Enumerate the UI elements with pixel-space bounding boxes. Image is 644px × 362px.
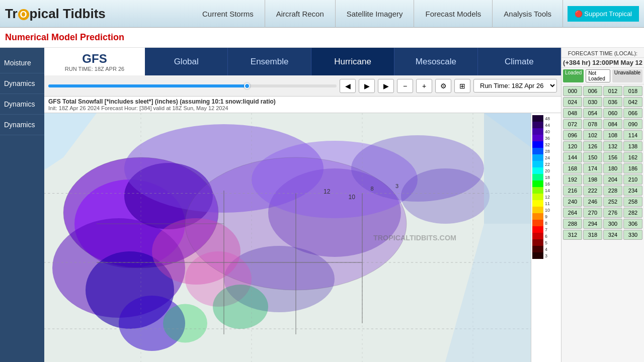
progress-slider[interactable]	[48, 84, 337, 87]
fhour-cell-300[interactable]: 300	[603, 219, 622, 229]
fhour-cell-090[interactable]: 090	[623, 119, 642, 129]
nav-satellite-imagery[interactable]: Satellite Imagery	[336, 0, 415, 28]
tab-ensemble[interactable]: Ensemble	[228, 48, 311, 75]
fhour-cell-252[interactable]: 252	[603, 197, 622, 207]
fhour-cell-216[interactable]: 216	[563, 186, 582, 196]
fhour-cell-174[interactable]: 174	[583, 163, 602, 173]
minus-button[interactable]: −	[397, 79, 413, 93]
model-label: GFS RUN TIME: 18Z APR 26	[44, 48, 145, 75]
fhour-cell-036[interactable]: 036	[603, 97, 622, 107]
fhour-cell-150[interactable]: 150	[583, 152, 602, 162]
fhour-cell-228[interactable]: 228	[603, 186, 622, 196]
map-wrapper[interactable]: 50N 40N 30N 12 10 8 3 TROPICALTIDBITS.CO…	[44, 113, 531, 362]
fhour-cell-312[interactable]: 312	[563, 230, 582, 240]
forward-button[interactable]: ▶	[378, 79, 394, 93]
model-tabs-area: GFS RUN TIME: 18Z APR 26 Global Ensemble…	[44, 48, 561, 75]
fhour-cell-306[interactable]: 306	[623, 219, 642, 229]
model-name: GFS	[82, 52, 107, 66]
sidebar-item-moisture[interactable]: Moisture	[0, 53, 44, 73]
fhour-cell-234[interactable]: 234	[623, 186, 642, 196]
tab-global[interactable]: Global	[145, 48, 228, 75]
svg-rect-41	[484, 113, 531, 224]
fhour-cell-204[interactable]: 204	[603, 174, 622, 185]
fhour-cell-258[interactable]: 258	[623, 197, 642, 207]
main-nav: Current Storms Aircraft Recon Satellite …	[191, 0, 568, 28]
fhour-cell-030[interactable]: 030	[583, 97, 602, 107]
fhour-cell-144[interactable]: 144	[563, 152, 582, 162]
fhour-cell-288[interactable]: 288	[563, 219, 582, 229]
tab-hurricane[interactable]: Hurricane	[311, 48, 394, 75]
fhour-cell-066[interactable]: 066	[623, 108, 642, 118]
fhour-cell-000[interactable]: 000	[563, 86, 582, 96]
sidebar-item-dynamics1[interactable]: Dynamics	[0, 73, 44, 94]
fhour-cell-042[interactable]: 042	[623, 97, 642, 107]
fhour-cell-054[interactable]: 054	[583, 108, 602, 118]
fhour-cell-084[interactable]: 084	[603, 119, 622, 129]
nav-forecast-models[interactable]: Forecast Models	[414, 0, 493, 28]
nav-analysis-tools[interactable]: Analysis Tools	[493, 0, 563, 28]
fhour-cell-246[interactable]: 246	[583, 197, 602, 207]
forecast-time-header: FORECAST TIME (LOCAL):	[561, 48, 644, 58]
color-scale: 48 44 40 36 32 28 24 22 20 18 16 14 12 1…	[531, 113, 561, 362]
fhour-cell-126[interactable]: 126	[583, 141, 602, 151]
fhour-cell-324[interactable]: 324	[603, 230, 622, 240]
fhour-cell-168[interactable]: 168	[563, 163, 582, 173]
fhour-cell-276[interactable]: 276	[603, 208, 622, 218]
svg-text:8: 8	[371, 186, 374, 192]
fhour-cell-024[interactable]: 024	[563, 97, 582, 107]
fhour-cell-102[interactable]: 102	[583, 130, 602, 140]
fhour-cell-192[interactable]: 192	[563, 174, 582, 185]
tab-climate[interactable]: Climate	[478, 48, 561, 75]
sidebar-item-dynamics2[interactable]: Dynamics	[0, 94, 44, 115]
fhour-cell-048[interactable]: 048	[563, 108, 582, 118]
fhour-cell-138[interactable]: 138	[623, 141, 642, 151]
back-button[interactable]: ◀	[340, 79, 356, 93]
svg-point-18	[163, 304, 207, 343]
runtime-select[interactable]: Run Time: 18Z Apr 26	[473, 79, 557, 93]
fhour-cell-006[interactable]: 006	[583, 86, 602, 96]
fhour-cell-282[interactable]: 282	[623, 208, 642, 218]
plus-button[interactable]: +	[416, 79, 432, 93]
legend-row: Loaded Not Loaded Unavailable	[561, 68, 644, 84]
fhour-cell-210[interactable]: 210	[623, 174, 642, 185]
map-info-bar: GFS Total Snowfall [*includes sleet*] (i…	[44, 97, 561, 113]
fhour-cell-072[interactable]: 072	[563, 119, 582, 129]
fhour-cell-156[interactable]: 156	[603, 152, 622, 162]
fhour-cell-018[interactable]: 018	[623, 86, 642, 96]
fhour-cell-060[interactable]: 060	[603, 108, 622, 118]
grid-button[interactable]: ⊞	[454, 79, 470, 93]
settings-button[interactable]: ⚙	[435, 79, 451, 93]
fhour-cell-120[interactable]: 120	[563, 141, 582, 151]
fhour-cell-132[interactable]: 132	[603, 141, 622, 151]
fhour-cell-114[interactable]: 114	[623, 130, 642, 140]
svg-point-14	[401, 168, 490, 224]
svg-text:3: 3	[395, 183, 398, 189]
map-init-line: Init: 18Z Apr 26 2024 Forecast Hour: [38…	[48, 105, 557, 111]
fhour-cell-186[interactable]: 186	[623, 163, 642, 173]
fhour-cell-162[interactable]: 162	[623, 152, 642, 162]
fhour-cell-012[interactable]: 012	[603, 86, 622, 96]
nav-aircraft-recon[interactable]: Aircraft Recon	[265, 0, 336, 28]
fhour-cell-108[interactable]: 108	[603, 130, 622, 140]
fhour-cell-264[interactable]: 264	[563, 208, 582, 218]
play-button[interactable]: ▶	[359, 79, 375, 93]
logo[interactable]: TrOpical Tidbits	[5, 6, 106, 22]
fhour-cell-180[interactable]: 180	[603, 163, 622, 173]
fhour-cell-330[interactable]: 330	[623, 230, 642, 240]
support-button[interactable]: 🔴 Support Tropical	[568, 6, 639, 22]
model-runtime: RUN TIME: 18Z APR 26	[65, 66, 124, 72]
forecast-hour-grid: 0000060120180240300360420480540600660720…	[561, 84, 644, 241]
fhour-cell-294[interactable]: 294	[583, 219, 602, 229]
subheader: Numerical Model Prediction	[0, 28, 644, 48]
fhour-cell-318[interactable]: 318	[583, 230, 602, 240]
fhour-cell-222[interactable]: 222	[583, 186, 602, 196]
nav-current-storms[interactable]: Current Storms	[191, 0, 265, 28]
fhour-cell-078[interactable]: 078	[583, 119, 602, 129]
fhour-cell-270[interactable]: 270	[583, 208, 602, 218]
sidebar-item-dynamics3[interactable]: Dynamics	[0, 115, 44, 135]
fhour-cell-198[interactable]: 198	[583, 174, 602, 185]
legend-unavailable: Unavailable	[612, 69, 642, 82]
fhour-cell-096[interactable]: 096	[563, 130, 582, 140]
fhour-cell-240[interactable]: 240	[563, 197, 582, 207]
tab-mesoscale[interactable]: Mesoscale	[394, 48, 477, 75]
